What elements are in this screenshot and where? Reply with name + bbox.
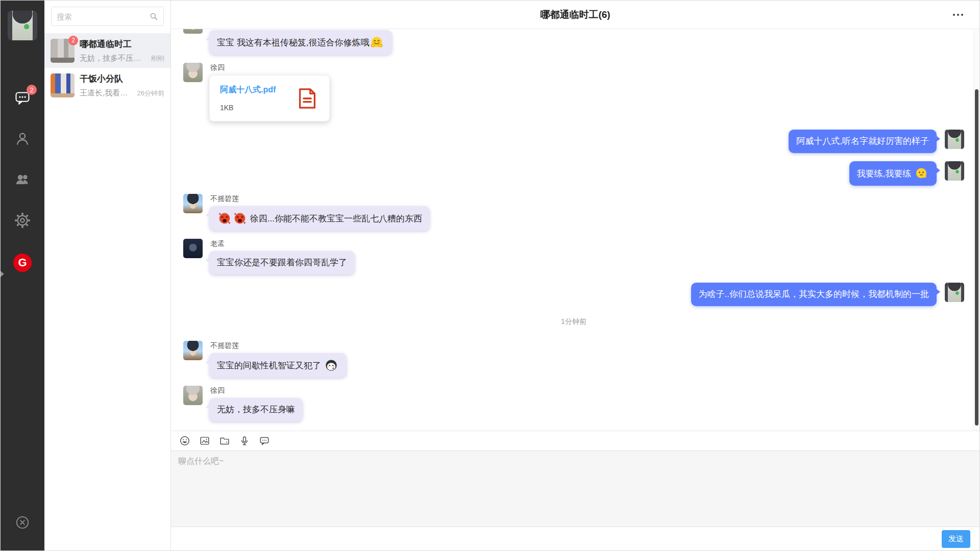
melt-emoji-icon (915, 167, 928, 180)
message-avatar[interactable] (183, 341, 203, 360)
scrollbar-thumb[interactable] (975, 89, 978, 425)
app-logo-letter: G (18, 256, 27, 269)
message-row: 宝宝 我这有本祖传秘笈,很适合你修炼哦 (183, 30, 964, 55)
user-avatar[interactable] (8, 11, 37, 40)
close-icon[interactable] (15, 515, 30, 530)
message-avatar[interactable] (183, 194, 203, 213)
message-bubble: 徐四...你能不能不教宝宝一些乱七八糟的东西 (209, 206, 430, 231)
message-row: 为啥子..你们总说我呆瓜，其实大多的时候，我都机制的一批 (183, 283, 964, 306)
message-bubble: 我要练,我要练 (849, 161, 937, 186)
search-row (44, 1, 170, 33)
search-box (51, 7, 164, 26)
app-window: 2 (0, 0, 980, 551)
chat-avatar: 2 (51, 39, 75, 63)
microphone-icon[interactable] (239, 435, 250, 446)
message-avatar[interactable] (183, 63, 203, 82)
chat-list-item[interactable]: 2哪都通临时工无妨，技多不压身嘛刚刚 (44, 33, 170, 68)
sender-name: 老孟 (210, 240, 355, 247)
file-name[interactable]: 阿威十八式.pdf (220, 85, 276, 95)
message-avatar[interactable] (183, 29, 203, 34)
message-area: 宝宝 我这有本祖传秘笈,很适合你修炼哦徐四阿威十八式.pdf1KB阿威十八式,听… (171, 29, 979, 431)
send-button[interactable]: 发送 (942, 530, 970, 548)
file-attachment-card[interactable]: 阿威十八式.pdf1KB (209, 75, 330, 121)
file-size: 1KB (220, 104, 276, 112)
message-avatar[interactable] (183, 239, 203, 258)
message-bubble: 无妨，技多不压身嘛 (209, 398, 303, 421)
chat-time: 刚刚 (151, 54, 164, 63)
rage-emoji-icon (218, 212, 231, 225)
message-bubble-icon[interactable] (259, 435, 270, 446)
search-icon[interactable] (149, 12, 158, 21)
message-avatar[interactable] (945, 283, 964, 302)
penguin-emoji-icon (325, 359, 338, 372)
message-bubble: 宝宝的间歇性机智证又犯了 (209, 353, 347, 378)
collapse-handle-icon[interactable] (1, 271, 4, 277)
app-logo[interactable]: G (13, 254, 32, 272)
composer-input-area (171, 450, 979, 527)
chat-header: 哪都通临时工(6) (171, 1, 979, 29)
pdf-document-icon (296, 87, 319, 110)
message-bubble: 为啥子..你们总说我呆瓜，其实大多的时候，我都机制的一批 (691, 283, 937, 306)
chat-list-item[interactable]: 干饭小分队王道长,我看你才...26分钟前 (44, 68, 170, 103)
message-avatar[interactable] (945, 161, 964, 181)
smiley-icon[interactable] (179, 435, 190, 446)
message-avatar[interactable] (183, 386, 203, 405)
chat-title: 哪都通临时工(6) (540, 8, 610, 21)
folder-icon[interactable] (219, 435, 230, 446)
nav-settings-icon[interactable] (14, 212, 31, 229)
message-bubble: 阿威十八式,听名字就好厉害的样子 (789, 130, 937, 153)
search-input[interactable] (57, 12, 149, 21)
message-row: 不摇碧莲宝宝的间歇性机智证又犯了 (183, 341, 964, 378)
sidebar-rail: 2 (1, 1, 44, 550)
chat-name: 哪都通临时工 (80, 38, 164, 50)
nav-groups-icon[interactable] (14, 171, 31, 188)
chat-preview: 无妨，技多不压身嘛 (80, 54, 148, 63)
chat-list: 2哪都通临时工无妨，技多不压身嘛刚刚干饭小分队王道长,我看你才...26分钟前 (44, 33, 170, 103)
sender-name: 不摇碧莲 (210, 195, 430, 202)
scrollbar[interactable] (973, 29, 979, 431)
unread-badge: 2 (27, 85, 37, 95)
sender-name: 徐四 (210, 64, 330, 71)
message-input[interactable] (178, 456, 972, 521)
send-row: 发送 (171, 527, 979, 550)
chat-panel: 哪都通临时工(6) 宝宝 我这有本祖传秘笈,很适合你修炼哦徐四阿威十八式.pdf… (171, 1, 979, 550)
hug-emoji-icon (370, 36, 383, 49)
chat-name: 干饭小分队 (80, 73, 164, 85)
message-avatar[interactable] (945, 130, 964, 149)
sender-name: 不摇碧莲 (210, 342, 347, 349)
rage-emoji-icon (233, 212, 247, 225)
message-bubble: 宝宝你还是不要跟着你四哥乱学了 (209, 251, 355, 274)
image-icon[interactable] (199, 435, 210, 446)
sender-name: 徐四 (210, 387, 303, 394)
chat-time: 26分钟前 (137, 89, 164, 98)
conversation-list-panel: 2哪都通临时工无妨，技多不压身嘛刚刚干饭小分队王道长,我看你才...26分钟前 (44, 1, 171, 550)
message-column: 宝宝 我这有本祖传秘笈,很适合你修炼哦徐四阿威十八式.pdf1KB阿威十八式,听… (183, 30, 964, 421)
nav-chats-icon[interactable]: 2 (14, 89, 31, 107)
message-bubble: 宝宝 我这有本祖传秘笈,很适合你修炼哦 (209, 30, 392, 55)
composer-toolbar (171, 431, 979, 450)
sidebar-nav: 2 (14, 89, 31, 229)
composer: 发送 (171, 431, 979, 550)
more-options-icon[interactable] (952, 11, 964, 19)
message-row: 徐四无妨，技多不压身嘛 (183, 386, 964, 421)
message-row: 我要练,我要练 (183, 161, 964, 186)
time-divider: 1分钟前 (183, 317, 964, 327)
message-row: 徐四阿威十八式.pdf1KB (183, 63, 964, 121)
message-row: 阿威十八式,听名字就好厉害的样子 (183, 130, 964, 153)
nav-contacts-icon[interactable] (14, 130, 31, 147)
chat-avatar (51, 73, 75, 97)
unread-badge: 2 (68, 36, 78, 45)
chat-preview: 王道长,我看你才... (80, 88, 134, 98)
message-row: 老孟宝宝你还是不要跟着你四哥乱学了 (183, 239, 964, 274)
message-row: 不摇碧莲 徐四...你能不能不教宝宝一些乱七八糟的东西 (183, 194, 964, 231)
